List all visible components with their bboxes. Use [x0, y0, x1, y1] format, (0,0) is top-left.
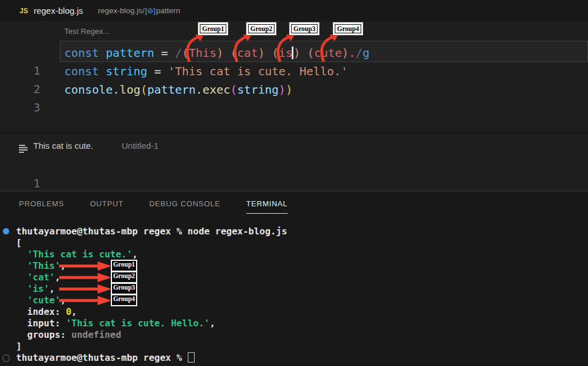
symbol-variable-icon: [⊘]: [145, 6, 156, 15]
group4-label: Group4: [335, 24, 361, 33]
breadcrumb-separator: /: [142, 6, 145, 15]
terminal-line: index: 0,: [0, 306, 588, 318]
tab-bar: JS regex-blog.js regex-blog.js/[⊘]patter…: [0, 0, 588, 22]
terminal-line: input: 'This cat is cute. Hello.',: [0, 318, 588, 329]
terminal-line: thutayarmoe@thutas-mbp regex % node rege…: [0, 226, 588, 237]
breadcrumb-file[interactable]: regex-blog.js: [98, 6, 142, 15]
terminal-cursor: [188, 352, 195, 363]
panel-tabs: PROBLEMS OUTPUT DEBUG CONSOLE TERMINAL: [19, 191, 288, 214]
tab-problems[interactable]: PROBLEMS: [19, 192, 64, 213]
straight-arrow-icon: [57, 284, 113, 294]
group3-label: Group3: [291, 24, 318, 33]
terminal-line: [: [0, 237, 588, 249]
text-file-icon: [19, 145, 28, 154]
untitled-tab-title[interactable]: This cat is cute.: [33, 141, 93, 151]
untitled-line-1[interactable]: 1 This cat is cute.: [0, 159, 588, 175]
editor-untitled-1[interactable]: This cat is cute. Untitled-1 1 This cat …: [0, 133, 588, 191]
terminal-group1-label: Group1: [111, 260, 137, 272]
straight-arrow-icon: [57, 261, 113, 271]
breadcrumb[interactable]: regex-blog.js/[⊘]pattern: [98, 6, 180, 15]
breadcrumb-symbol[interactable]: pattern: [156, 6, 180, 15]
terminal-group4-label: Group4: [111, 294, 137, 306]
tab-terminal[interactable]: TERMINAL: [246, 192, 288, 214]
tab-debug-console[interactable]: DEBUG CONSOLE: [149, 192, 220, 213]
curved-arrow-icon: [319, 34, 341, 62]
js-file-icon: JS: [20, 7, 28, 15]
vscode-window: JS regex-blog.js regex-blog.js/[⊘]patter…: [0, 0, 588, 366]
untitled-tab-description: Untitled-1: [122, 141, 158, 151]
terminal-line: 'This cat is cute.',: [0, 249, 588, 260]
code-line-3[interactable]: 3 console.log(pattern.exec(string)): [0, 81, 588, 99]
bottom-panel: PROBLEMS OUTPUT DEBUG CONSOLE TERMINAL t…: [0, 191, 588, 366]
curved-arrow-icon: [233, 34, 254, 62]
straight-arrow-icon: [57, 273, 113, 282]
terminal-prompt-line: thutayarmoe@thutas-mbp regex %: [0, 352, 588, 364]
terminal-line: groups: undefined: [0, 329, 588, 341]
terminal-line: ]: [0, 341, 588, 352]
line-number: 3: [0, 99, 40, 117]
untitled-editor-header[interactable]: This cat is cute. Untitled-1: [0, 137, 588, 153]
terminal-output[interactable]: thutayarmoe@thutas-mbp regex % node rege…: [0, 226, 588, 364]
group2-label: Group2: [248, 24, 274, 33]
codelens-test-regex[interactable]: Test Regex...: [64, 27, 110, 36]
curved-arrow-icon: [276, 34, 297, 62]
tab-output[interactable]: OUTPUT: [90, 192, 123, 213]
code-line-2[interactable]: 2 const string = 'This cat is cute. Hell…: [0, 63, 588, 80]
tab-regex-blog[interactable]: regex-blog.js: [34, 6, 83, 16]
straight-arrow-icon: [57, 296, 113, 305]
group1-label: Group1: [200, 24, 226, 33]
terminal-group2-label: Group2: [111, 271, 137, 283]
curved-arrow-icon: [185, 34, 207, 62]
terminal-group3-label: Group3: [111, 283, 137, 295]
